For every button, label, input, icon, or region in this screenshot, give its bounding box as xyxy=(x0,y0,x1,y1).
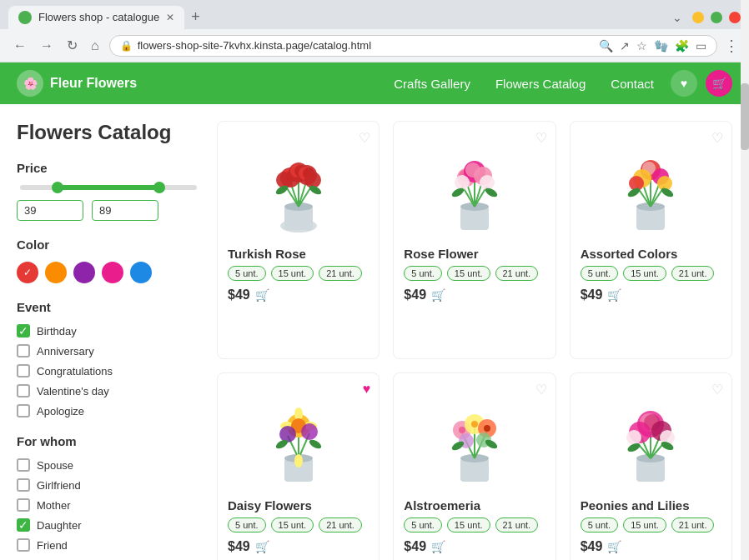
product-heart-rose-flower[interactable]: ♡ xyxy=(535,130,547,146)
congratulations-checkbox[interactable] xyxy=(17,364,30,378)
unit-badge-5[interactable]: 5 unt. xyxy=(228,518,266,532)
valentines-checkbox[interactable] xyxy=(17,384,30,398)
unit-badge-5[interactable]: 5 unt. xyxy=(228,266,266,281)
forward-button[interactable]: → xyxy=(37,35,57,57)
unit-badge-21[interactable]: 21 unt. xyxy=(495,518,539,532)
add-to-cart-daisy-flowers[interactable]: 🛒 xyxy=(255,540,269,553)
whom-friend[interactable]: Friend xyxy=(17,538,200,552)
scrollbar[interactable] xyxy=(741,0,749,560)
address-bar[interactable]: 🔒 flowers-shop-site-7kvhx.kinsta.page/ca… xyxy=(109,35,717,57)
add-to-cart-turkish-rose[interactable]: 🛒 xyxy=(255,288,269,302)
new-tab-button[interactable]: + xyxy=(184,5,207,29)
unit-badge-15[interactable]: 15 unt. xyxy=(623,266,666,281)
window-chevron[interactable]: ⌄ xyxy=(672,11,682,24)
close-tab-button[interactable]: ✕ xyxy=(166,12,174,23)
unit-badge-5[interactable]: 5 unt. xyxy=(581,518,619,532)
nav-link-contact[interactable]: Contact xyxy=(611,77,654,91)
color-swatch-orange[interactable] xyxy=(45,262,67,283)
maximize-button[interactable]: □ xyxy=(711,12,722,23)
unit-badge-21[interactable]: 21 unt. xyxy=(671,266,715,281)
color-swatch-blue[interactable] xyxy=(130,262,152,283)
color-swatch-red[interactable]: ✓ xyxy=(17,262,38,283)
product-name-daisy-flowers: Daisy Flowers xyxy=(228,498,369,512)
price-max-input[interactable] xyxy=(92,200,158,221)
product-name-peonies-lilies: Peonies and Lilies xyxy=(581,498,721,512)
product-image-turkish-rose xyxy=(228,132,369,240)
event-filter: Event ✓ Birthday Anniversary Congratulat… xyxy=(17,300,200,418)
logo-text: Fleur Flowers xyxy=(50,76,137,91)
whom-daughter[interactable]: ✓ Daughter xyxy=(17,518,200,532)
unit-badge-15[interactable]: 15 unt. xyxy=(623,518,666,532)
color-swatches: ✓ xyxy=(17,262,200,283)
unit-badge-21[interactable]: 21 unt. xyxy=(671,518,715,532)
color-swatch-purple[interactable] xyxy=(73,262,95,283)
back-button[interactable]: ← xyxy=(10,35,30,57)
home-button[interactable]: ⌂ xyxy=(88,35,103,57)
product-heart-daisy-flowers[interactable]: ♥ xyxy=(363,382,371,397)
close-button[interactable]: ✕ xyxy=(729,12,741,23)
unit-badge-5[interactable]: 5 unt. xyxy=(581,266,619,281)
anniversary-checkbox[interactable] xyxy=(17,344,30,358)
browser-menu-icon: ▭ xyxy=(696,39,706,52)
unit-badge-21[interactable]: 21 unt. xyxy=(319,266,362,281)
price-min-input[interactable] xyxy=(17,200,83,221)
scrollbar-thumb[interactable] xyxy=(741,83,749,150)
add-to-cart-peonies-lilies[interactable]: 🛒 xyxy=(607,540,621,553)
product-heart-alstroemeria[interactable]: ♡ xyxy=(535,382,547,398)
reload-button[interactable]: ↻ xyxy=(63,34,81,57)
nav-link-flowers-catalog[interactable]: Flowers Catalog xyxy=(495,77,586,91)
birthday-label: Birthday xyxy=(37,325,77,338)
event-apologize[interactable]: Apologize xyxy=(17,404,200,418)
unit-badge-5[interactable]: 5 unt. xyxy=(404,518,442,532)
flower-svg-daisy-flowers xyxy=(253,388,344,488)
apologize-checkbox[interactable] xyxy=(17,404,30,418)
cart-button[interactable]: 🛒 xyxy=(706,70,732,97)
unit-badge-15[interactable]: 15 unt. xyxy=(447,266,490,281)
daughter-checkbox[interactable]: ✓ xyxy=(17,518,30,532)
tab-title: Flowers shop - catalogue xyxy=(38,11,159,23)
whom-spouse[interactable]: Spouse xyxy=(17,458,200,472)
event-congratulations[interactable]: Congratulations xyxy=(17,364,200,378)
address-bar-icons: 🔍 ↗ ☆ 🧤 🧩 ▭ xyxy=(599,39,706,52)
birthday-checkbox[interactable]: ✓ xyxy=(17,324,30,338)
lock-icon: 🔒 xyxy=(120,40,133,52)
girlfriend-checkbox[interactable] xyxy=(17,478,30,492)
unit-badge-21[interactable]: 21 unt. xyxy=(319,518,362,532)
flower-svg-turkish-rose xyxy=(253,136,344,236)
color-swatch-pink[interactable] xyxy=(102,262,123,283)
product-heart-peonies-lilies[interactable]: ♡ xyxy=(711,382,723,398)
event-birthday[interactable]: ✓ Birthday xyxy=(17,324,200,338)
unit-badges-assorted-colors: 5 unt. 15 unt. 21 unt. xyxy=(581,266,721,281)
logo-icon: 🌸 xyxy=(17,70,43,97)
favicon xyxy=(18,11,32,24)
event-label: Event xyxy=(17,300,200,314)
whom-mother[interactable]: Mother xyxy=(17,498,200,512)
product-heart-turkish-rose[interactable]: ♡ xyxy=(359,130,370,146)
product-card-daisy-flowers: ♥ xyxy=(217,372,380,560)
product-heart-assorted-colors[interactable]: ♡ xyxy=(711,130,723,146)
flower-svg-peonies-lilies xyxy=(605,388,696,488)
event-valentines[interactable]: Valentine's day xyxy=(17,384,200,398)
more-options-icon[interactable]: ⋮ xyxy=(724,37,739,55)
product-image-daisy-flowers xyxy=(228,383,369,492)
browser-tab[interactable]: Flowers shop - catalogue ✕ xyxy=(8,6,184,29)
unit-badge-15[interactable]: 15 unt. xyxy=(271,518,314,532)
price-slider-min-thumb[interactable] xyxy=(52,182,63,193)
nav-link-crafts-gallery[interactable]: Crafts Gallery xyxy=(394,77,470,91)
friend-checkbox[interactable] xyxy=(17,538,30,552)
wishlist-button[interactable]: ♥ xyxy=(671,70,697,97)
minimize-button[interactable]: − xyxy=(692,12,704,23)
unit-badge-21[interactable]: 21 unt. xyxy=(495,266,539,281)
event-anniversary[interactable]: Anniversary xyxy=(17,344,200,358)
price-slider-max-thumb[interactable] xyxy=(153,182,165,193)
unit-badge-5[interactable]: 5 unt. xyxy=(404,266,442,281)
unit-badge-15[interactable]: 15 unt. xyxy=(271,266,314,281)
spouse-checkbox[interactable] xyxy=(17,458,30,472)
mother-checkbox[interactable] xyxy=(17,498,30,512)
add-to-cart-assorted-colors[interactable]: 🛒 xyxy=(607,288,621,302)
whom-girlfriend[interactable]: Girlfriend xyxy=(17,478,200,492)
add-to-cart-alstroemeria[interactable]: 🛒 xyxy=(431,540,445,553)
unit-badge-15[interactable]: 15 unt. xyxy=(447,518,490,532)
add-to-cart-rose-flower[interactable]: 🛒 xyxy=(431,288,445,302)
price-inputs xyxy=(17,200,200,221)
